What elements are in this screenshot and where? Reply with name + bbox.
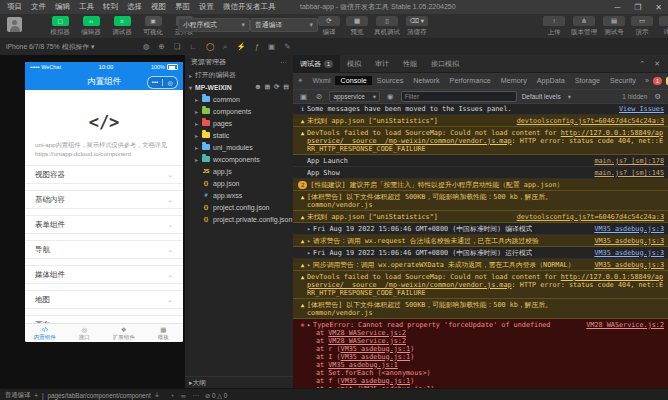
menu-item-文件[interactable]: 文件 <box>31 2 46 12</box>
上传-button[interactable]: ↑ <box>543 16 565 26</box>
source-link[interactable]: VM35 asdebug.js:3 <box>586 225 664 233</box>
tree-item-uni_modules[interactable]: ▸uni_modules <box>185 141 293 153</box>
devtools-tab-Performance[interactable]: Performance <box>445 76 496 85</box>
home-icon[interactable]: ◎ <box>163 79 177 86</box>
view-issues-link[interactable]: View Issues <box>611 105 664 113</box>
log-levels-select[interactable]: Default levels ▾ <box>522 93 571 101</box>
menu-item-工具[interactable]: 工具 <box>79 2 94 12</box>
action-真机调试[interactable]: ▯真机调试 <box>374 16 400 37</box>
tree-item-app.wxss[interactable]: #app.wxss <box>185 189 293 201</box>
flash-icon[interactable]: ⚡ <box>237 42 246 52</box>
more-icon[interactable]: ••• <box>148 79 162 85</box>
collapse-icon[interactable]: ⊟ <box>284 83 289 91</box>
devtools-tab-Sources[interactable]: Sources <box>372 76 408 85</box>
版本管理-button[interactable]: ⋔ <box>573 16 595 26</box>
预览-button[interactable]: ▦ <box>346 16 368 26</box>
action-详情[interactable]: ≡详情 <box>659 16 668 37</box>
compile-mode-select[interactable]: 普通编译 ▾ <box>250 18 318 32</box>
tree-item-components[interactable]: ▸components <box>185 105 293 117</box>
真机调试-button[interactable]: ▯ <box>376 16 398 26</box>
tab-内置组件[interactable]: ‹/›内置组件 <box>25 324 65 342</box>
编辑器-button[interactable]: ‹› <box>83 16 100 26</box>
list-item-视图容器[interactable]: 视图容器⌄ <box>25 165 183 184</box>
list-item-地图[interactable]: 地图⌄ <box>25 290 183 309</box>
intro-link[interactable]: https://uniapp.dcloud.io/component <box>35 150 173 159</box>
debug-tab-模拟[interactable]: 模拟 <box>340 55 368 72</box>
minimize-button[interactable]: ─ <box>614 3 620 12</box>
tab-模板[interactable]: ▦模板 <box>144 324 184 342</box>
dock-icon[interactable]: ∟ <box>190 42 197 52</box>
record-icon[interactable]: ◯ <box>206 42 214 52</box>
可视化-button[interactable]: ▣ <box>145 16 162 26</box>
split-icon[interactable]: ❏ <box>174 42 181 52</box>
project-root-row[interactable]: ▾ MP-WEIXIN ⊕⊞⟳⊟ <box>185 81 293 93</box>
toggle-调试器[interactable]: ⌗调试器 <box>110 16 134 37</box>
tree-item-pages[interactable]: ▸pages <box>185 117 293 129</box>
capsule-menu[interactable]: ••• ◎ <box>147 76 178 89</box>
collapse-icon[interactable]: ⌃ <box>639 60 645 68</box>
problems-counter[interactable]: ⊘ 0 △ 0 <box>205 392 227 399</box>
devtools-tab-Console[interactable]: Console <box>335 76 371 85</box>
list-item-表单组件[interactable]: 表单组件⌄ <box>25 215 183 234</box>
close-icon[interactable]: ✕ <box>654 60 660 68</box>
tab-接口[interactable]: ◎接口 <box>65 324 105 342</box>
source-link[interactable]: VM35 asdebug.js:3 <box>586 249 664 257</box>
devtools-tab-Wxml[interactable]: Wxml <box>308 76 336 85</box>
action-版本管理[interactable]: ⋔版本管理 <box>571 16 597 37</box>
feedback-icon[interactable]: ◔ <box>170 392 174 399</box>
more-icon[interactable]: ··· <box>280 59 287 66</box>
close-button[interactable]: ✕ <box>655 3 662 12</box>
menu-item-编辑[interactable]: 编辑 <box>55 2 70 12</box>
eye-icon[interactable]: ◉ <box>385 92 396 101</box>
devtools-tab-Memory[interactable]: Memory <box>496 76 532 85</box>
sync-icon[interactable]: ∞ <box>181 392 186 399</box>
toggle-模拟器[interactable]: ▢模拟器 <box>48 16 72 37</box>
tree-item-wxcomponents[interactable]: ▸wxcomponents <box>185 153 293 165</box>
action-上传[interactable]: ↑上传 <box>543 16 565 37</box>
current-page-path[interactable]: pages/tabBar/component/component <box>48 392 151 399</box>
clear-console-icon[interactable]: ⊘ <box>314 92 324 101</box>
source-link[interactable]: main.js? [sm]:178 <box>586 157 664 165</box>
edit-icon[interactable]: ✎ <box>284 42 290 52</box>
source-link[interactable]: VM35 asdebug.js:3 <box>586 261 664 269</box>
source-link[interactable]: VM28 WAService.js:2 <box>578 321 664 329</box>
avatar[interactable] <box>7 17 22 32</box>
outline-section[interactable]: ▸ 大纲 <box>185 376 293 388</box>
详情-button[interactable]: ≡ <box>659 16 668 26</box>
编译-button[interactable]: ⟳ <box>318 16 340 26</box>
action-编译[interactable]: ⟳编译 <box>318 16 340 37</box>
function-icon[interactable]: ƒ <box>255 42 259 52</box>
more-tabs-icon[interactable]: » <box>641 73 653 89</box>
action-预览[interactable]: ▦预览 <box>346 16 368 37</box>
menu-item-界面[interactable]: 界面 <box>175 2 190 12</box>
action-清缓存[interactable]: ⌫ ▾清缓存 <box>406 16 428 37</box>
devtools-tab-Network[interactable]: Network <box>408 76 444 85</box>
mode-select[interactable]: 小程序模式 ▾ <box>178 18 250 32</box>
action-演示[interactable]: ▭演示 <box>631 16 653 37</box>
tree-item-project.private.config.json[interactable]: {}project.private.config.json <box>185 213 293 225</box>
清缓存-button[interactable]: ⌫ ▾ <box>406 16 428 26</box>
panel-icon[interactable]: ▣ <box>268 42 275 52</box>
tree-item-common[interactable]: ▸common <box>185 93 293 105</box>
restart-icon[interactable]: ◍ <box>143 42 150 52</box>
测试号-button[interactable]: ▤ <box>603 16 625 26</box>
tree-item-app.json[interactable]: {}app.json <box>185 177 293 189</box>
inspect-element-icon[interactable]: ⌖ <box>293 76 308 86</box>
refresh-icon[interactable]: ⟳ <box>274 83 279 91</box>
source-link[interactable]: devtoolsconfig.js?t=60467d4c54c24a:3 <box>509 117 664 125</box>
menu-item-设置[interactable]: 设置 <box>199 2 214 12</box>
context-select[interactable]: appservice ▾ <box>329 91 380 102</box>
演示-button[interactable]: ▭ <box>631 16 653 26</box>
devtools-tab-AppData[interactable]: AppData <box>532 76 570 85</box>
search-icon[interactable]: ⌕ <box>223 42 227 52</box>
debug-tab-接口模拟[interactable]: 接口模拟 <box>424 55 466 72</box>
调试器-button[interactable]: ⌗ <box>114 16 131 26</box>
tree-item-project.config.json[interactable]: {}project.config.json <box>185 201 293 213</box>
device-selector[interactable]: iPhone 6/7/8 75% <box>6 43 60 50</box>
source-link[interactable]: VM35 asdebug.js:3 <box>586 237 664 245</box>
tree-item-static[interactable]: ▸static <box>185 129 293 141</box>
open-editors-section[interactable]: ▸ 打开的编辑器 <box>185 69 293 81</box>
模拟器-button[interactable]: ▢ <box>52 16 69 26</box>
new-folder-icon[interactable]: ⊞ <box>265 83 270 91</box>
tab-扩展组件[interactable]: ❖扩展组件 <box>104 324 144 342</box>
